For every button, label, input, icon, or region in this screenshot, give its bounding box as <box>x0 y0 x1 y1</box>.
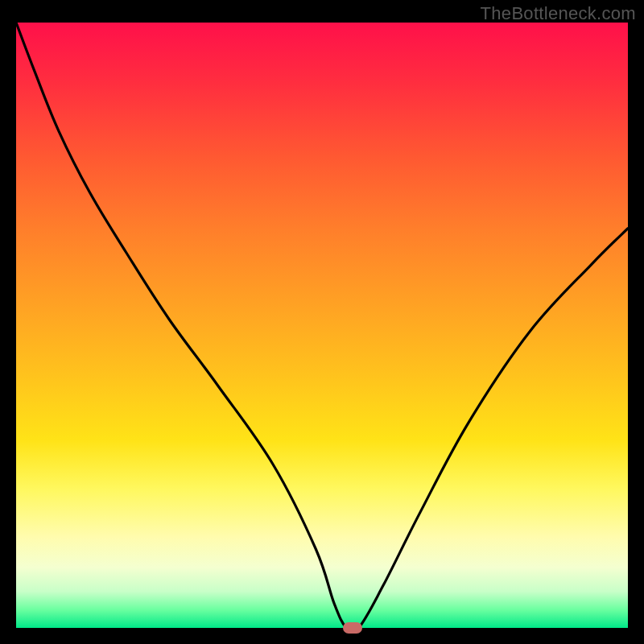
bottleneck-curve <box>16 23 628 628</box>
chart-frame: TheBottleneck.com <box>0 0 644 644</box>
curve-path <box>16 23 628 628</box>
watermark-text: TheBottleneck.com <box>481 3 636 24</box>
optimal-point-marker <box>343 622 362 634</box>
